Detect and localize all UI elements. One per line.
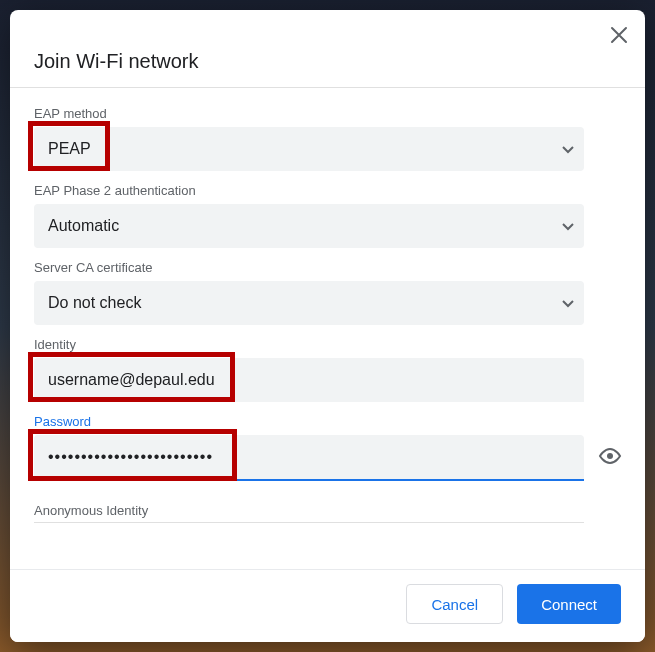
eap-phase2-value: Automatic	[48, 217, 119, 235]
close-button[interactable]	[601, 18, 637, 54]
chevron-down-icon	[562, 294, 574, 312]
chevron-down-icon	[562, 140, 574, 158]
password-mask: •••••••••••••••••••••••••	[48, 448, 213, 466]
chevron-down-icon	[562, 217, 574, 235]
server-ca-value: Do not check	[48, 294, 141, 312]
cancel-button[interactable]: Cancel	[406, 584, 503, 624]
toggle-password-visibility-button[interactable]	[596, 440, 624, 476]
eap-phase2-label: EAP Phase 2 authentication	[34, 183, 621, 198]
eap-phase2-select[interactable]: Automatic	[34, 204, 584, 248]
password-underline	[34, 479, 584, 481]
eap-method-select[interactable]: PEAP	[34, 127, 584, 171]
dialog-footer: Cancel Connect	[10, 569, 645, 642]
close-icon	[610, 26, 628, 47]
dialog-title: Join Wi-Fi network	[10, 10, 645, 88]
cancel-button-label: Cancel	[431, 596, 478, 613]
eap-method-value: PEAP	[48, 140, 91, 158]
identity-input[interactable]	[34, 358, 584, 402]
password-label: Password	[34, 414, 621, 429]
server-ca-select[interactable]: Do not check	[34, 281, 584, 325]
eye-icon	[598, 444, 622, 472]
anonymous-identity-label: Anonymous Identity	[34, 503, 584, 523]
connect-button[interactable]: Connect	[517, 584, 621, 624]
dialog-content: EAP method PEAP EAP Phase 2 authenticati…	[10, 88, 645, 569]
password-input[interactable]: •••••••••••••••••••••••••	[34, 435, 584, 479]
identity-label: Identity	[34, 337, 621, 352]
svg-point-0	[607, 453, 613, 459]
connect-button-label: Connect	[541, 596, 597, 613]
wifi-join-dialog: Join Wi-Fi network EAP method PEAP EAP P…	[10, 10, 645, 642]
eap-method-label: EAP method	[34, 106, 621, 121]
server-ca-label: Server CA certificate	[34, 260, 621, 275]
